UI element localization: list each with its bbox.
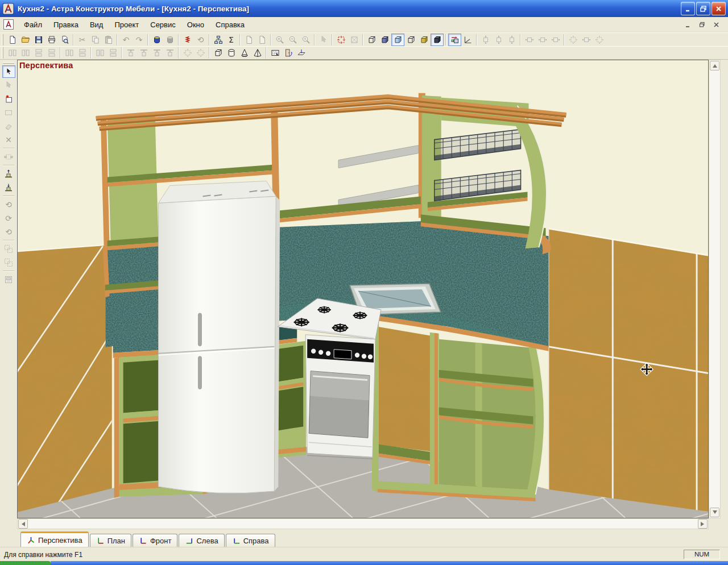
raise-object-button[interactable] <box>2 168 15 180</box>
zoom-actual-button <box>299 34 312 46</box>
space-vertical-button <box>106 47 119 59</box>
title-bar[interactable]: Кухня2 - Астра Конструктор Мебели - [Кух… <box>0 0 728 17</box>
center-model-button[interactable] <box>334 34 348 46</box>
zoom-in-button <box>273 34 286 46</box>
view-textured-button[interactable] <box>417 34 431 46</box>
menu-item-5[interactable]: Окно <box>181 18 210 31</box>
hide-selection-frame-button <box>348 34 361 46</box>
save-project-button[interactable] <box>32 34 45 46</box>
bind-top-button <box>479 34 492 46</box>
pick-material-tool-button <box>2 79 15 92</box>
scroll-up-button[interactable] <box>710 61 719 70</box>
primitive-box-button[interactable] <box>212 47 225 59</box>
bind-height-button <box>505 34 518 46</box>
cut-sheet-button <box>242 34 255 46</box>
snap-position-button <box>580 34 593 46</box>
restore-button[interactable] <box>696 2 710 15</box>
menu-item-0[interactable]: Файл <box>18 18 48 31</box>
texture-direction-button[interactable] <box>448 34 461 46</box>
toolbar-grip[interactable] <box>2 47 3 59</box>
view-hidden-line-button[interactable] <box>404 34 417 46</box>
view-wireframe-button[interactable] <box>365 34 378 46</box>
view-tab-perspective[interactable]: Перспектива <box>20 531 89 547</box>
floor-tool-button[interactable] <box>295 47 308 59</box>
lower-object-button[interactable] <box>2 181 15 194</box>
view-rendered-button[interactable] <box>431 34 444 46</box>
free-rotate-button: ⟲ <box>194 34 207 46</box>
toolbar-separator <box>147 34 148 45</box>
create-object-tool-button[interactable] <box>2 93 15 105</box>
toolbar-separator <box>3 196 14 197</box>
minimize-button[interactable] <box>681 2 695 15</box>
transform-tool-button <box>2 151 15 163</box>
align-left-button <box>6 47 19 59</box>
print-preview-button[interactable] <box>58 34 71 46</box>
selection-frame-button <box>593 34 606 46</box>
toolbar-separator <box>209 47 210 59</box>
toolbar-grip[interactable] <box>3 62 14 64</box>
toolbar-separator <box>60 47 61 59</box>
coordinate-axes-button[interactable] <box>461 34 474 46</box>
center-horizontal-button <box>63 47 76 59</box>
view-tab-label: Слева <box>196 537 218 545</box>
view-solid-button[interactable] <box>378 34 391 46</box>
window-title: Кухня2 - Астра Конструктор Мебели - [Кух… <box>18 5 249 13</box>
view-tab-plan[interactable]: План <box>90 534 131 547</box>
rotate-z-button: ⟲ <box>2 226 15 238</box>
toolbar-separator <box>332 34 333 45</box>
edge-banding-button[interactable] <box>181 34 194 46</box>
toolbar-separator <box>520 34 521 45</box>
viewport-3d[interactable]: Перспектива <box>17 60 709 518</box>
totals-report-button[interactable]: Σ <box>225 34 238 46</box>
menu-item-2[interactable]: Вид <box>84 18 109 31</box>
scroll-left-button[interactable] <box>18 519 28 529</box>
horizontal-scrollbar[interactable] <box>17 518 709 529</box>
view-tab-label: План <box>107 537 125 545</box>
menu-item-3[interactable]: Проект <box>109 18 144 31</box>
scene-right-wall <box>544 229 708 514</box>
left-axis-icon <box>185 537 193 545</box>
project-structure-button[interactable] <box>212 34 225 46</box>
menu-item-6[interactable]: Справка <box>210 18 250 31</box>
align-right-button <box>19 47 32 59</box>
scroll-down-button[interactable] <box>710 508 719 517</box>
mdi-minimize-button[interactable] <box>682 20 694 30</box>
center-in-frame-button <box>194 47 207 59</box>
menu-item-1[interactable]: Правка <box>48 18 84 31</box>
primitive-cone-button[interactable] <box>238 47 251 59</box>
attach-left-button <box>150 47 163 59</box>
copy-button <box>89 34 102 46</box>
view-shaded-button[interactable] <box>391 34 404 46</box>
primitive-cylinder-button[interactable] <box>225 47 238 59</box>
toolbar-separator <box>314 34 315 45</box>
wall-tool-button[interactable] <box>268 47 282 59</box>
view-tab-front[interactable]: Фронт <box>133 534 177 547</box>
start-button-sliver[interactable] <box>0 561 51 565</box>
view-label: Перспектива <box>19 61 73 70</box>
toolbar-separator <box>3 240 14 241</box>
new-document-button[interactable] <box>6 34 19 46</box>
toolbar-separator <box>178 47 179 59</box>
bind-width-button <box>549 34 562 46</box>
toolbar-separator <box>178 34 179 45</box>
mdi-restore-button[interactable] <box>696 20 708 30</box>
menu-item-4[interactable]: Сервис <box>144 18 181 31</box>
open-project-button[interactable] <box>19 34 32 46</box>
scroll-right-button[interactable] <box>698 519 708 529</box>
view-tab-label: Перспектива <box>38 536 82 545</box>
scene-refrigerator <box>159 181 280 493</box>
view-tab-left[interactable]: Слева <box>179 534 224 547</box>
mdi-close-button[interactable] <box>710 20 722 30</box>
select-tool-button[interactable] <box>2 65 15 78</box>
ungroup-objects-button <box>2 256 15 269</box>
close-button[interactable] <box>712 2 726 15</box>
door-tool-button[interactable] <box>282 47 295 59</box>
taskbar-strip[interactable] <box>51 561 728 565</box>
view-tab-right[interactable]: Справа <box>226 534 275 547</box>
apply-material-button[interactable] <box>150 34 163 46</box>
primitive-pyramid-button[interactable] <box>251 47 264 59</box>
print-button[interactable] <box>45 34 58 46</box>
vertical-scrollbar[interactable] <box>709 60 721 518</box>
toolbar-grip[interactable] <box>2 34 3 45</box>
application-window: Кухня2 - Астра Конструктор Мебели - [Кух… <box>0 0 728 565</box>
